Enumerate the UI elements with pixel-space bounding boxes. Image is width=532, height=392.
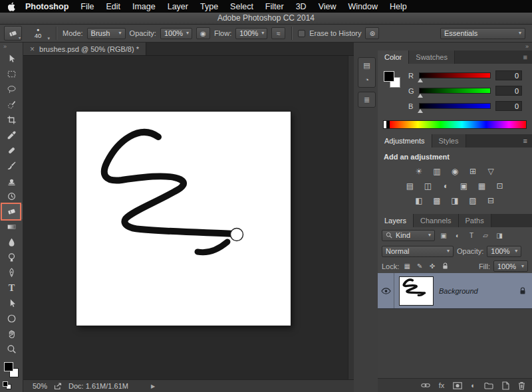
- layer-opacity-select[interactable]: 100% ▾: [487, 246, 521, 257]
- exposure-icon[interactable]: ⊞: [467, 166, 479, 176]
- crop-tool[interactable]: [0, 112, 23, 128]
- status-popup-icon[interactable]: ▶: [151, 383, 155, 389]
- workspace-select[interactable]: Essentials ▾: [440, 28, 525, 39]
- gradient-map-icon[interactable]: ▨: [467, 195, 479, 205]
- blue-value[interactable]: 0: [495, 101, 522, 111]
- add-layer-mask-button[interactable]: [453, 382, 462, 389]
- opacity-select[interactable]: 100% ▾: [160, 28, 192, 39]
- blur-tool[interactable]: [0, 235, 23, 250]
- photo-filter-icon[interactable]: ▣: [458, 181, 470, 191]
- layer-thumbnail[interactable]: [399, 276, 434, 306]
- eyedropper-tool[interactable]: [0, 128, 23, 143]
- menu-item-layer[interactable]: Layer: [162, 2, 194, 11]
- hue-saturation-icon[interactable]: ▤: [404, 181, 416, 191]
- filter-shape-layers-icon[interactable]: ▱: [480, 230, 491, 241]
- layer-row-background[interactable]: Background: [378, 273, 532, 309]
- tab-color[interactable]: Color: [378, 50, 409, 64]
- new-layer-button[interactable]: [502, 381, 509, 390]
- lock-transparent-button[interactable]: ▦: [402, 262, 412, 271]
- dodge-tool[interactable]: [0, 250, 23, 265]
- menu-item-image[interactable]: Image: [126, 2, 162, 11]
- vibrance-icon[interactable]: ▽: [485, 166, 497, 176]
- spot-healing-brush-tool[interactable]: [0, 143, 23, 158]
- apple-menu-icon[interactable]: [8, 2, 16, 11]
- brush-tool[interactable]: [0, 158, 23, 173]
- lock-pixels-button[interactable]: ✎: [415, 262, 424, 271]
- black-white-icon[interactable]: ◐: [440, 181, 452, 191]
- color-balance-icon[interactable]: ◫: [422, 181, 434, 191]
- selective-color-icon[interactable]: ⊟: [485, 195, 497, 205]
- menu-item-3d[interactable]: 3D: [290, 2, 313, 11]
- menu-item-file[interactable]: File: [74, 2, 100, 11]
- blue-slider[interactable]: [419, 103, 491, 109]
- zoom-level[interactable]: 50%: [33, 382, 47, 390]
- hand-tool[interactable]: [0, 326, 23, 342]
- tab-adjustments[interactable]: Adjustments: [378, 134, 432, 147]
- panel-foreground-swatch[interactable]: [384, 71, 394, 82]
- tab-styles[interactable]: Styles: [432, 134, 466, 147]
- default-colors-icon[interactable]: [3, 381, 13, 391]
- tab-layers[interactable]: Layers: [378, 214, 414, 227]
- type-tool[interactable]: T: [0, 280, 23, 296]
- move-tool[interactable]: [0, 51, 23, 66]
- close-tab-icon[interactable]: ×: [30, 45, 35, 53]
- menu-item-view[interactable]: View: [313, 2, 342, 11]
- filter-kind-select[interactable]: Kind ▾: [382, 230, 435, 241]
- flow-select[interactable]: 100% ▾: [235, 28, 267, 39]
- tab-swatches[interactable]: Swatches: [409, 50, 455, 64]
- rectangular-marquee-tool[interactable]: [0, 66, 23, 82]
- link-layers-button[interactable]: [421, 383, 430, 388]
- red-slider-thumb[interactable]: [418, 78, 423, 82]
- export-arrow-icon[interactable]: [54, 383, 62, 390]
- blue-slider-thumb[interactable]: [418, 109, 423, 113]
- red-value[interactable]: 0: [495, 70, 522, 80]
- toolbar-expand-icon[interactable]: »: [0, 43, 23, 51]
- airbrush-button[interactable]: ≈: [271, 27, 285, 39]
- zoom-tool[interactable]: [0, 342, 23, 357]
- gradient-tool[interactable]: [0, 219, 23, 235]
- color-spectrum-ramp[interactable]: [383, 120, 527, 129]
- invert-icon[interactable]: ◧: [413, 195, 425, 205]
- erase-to-history-checkbox[interactable]: [298, 30, 305, 37]
- levels-icon[interactable]: ▥: [431, 166, 443, 176]
- menu-item-select[interactable]: Select: [224, 2, 259, 11]
- clone-stamp-tool[interactable]: [0, 173, 23, 189]
- path-selection-tool[interactable]: [0, 296, 23, 311]
- history-brush-tool[interactable]: [0, 189, 23, 204]
- threshold-icon[interactable]: ◨: [449, 195, 461, 205]
- document-canvas[interactable]: [76, 112, 291, 326]
- panel-menu-icon[interactable]: ≡: [523, 50, 532, 64]
- panel-fg-bg-swatches[interactable]: [384, 71, 404, 91]
- doc-size-info[interactable]: Doc: 1.61M/1.61M: [68, 382, 128, 390]
- delete-layer-button[interactable]: [518, 381, 525, 390]
- layer-name[interactable]: Background: [439, 287, 519, 295]
- menu-item-window[interactable]: Window: [342, 2, 384, 11]
- curves-icon[interactable]: ◉: [449, 166, 461, 176]
- color-lookup-icon[interactable]: ⊡: [494, 181, 506, 191]
- menu-item-edit[interactable]: Edit: [100, 2, 126, 11]
- foreground-color-swatch[interactable]: [4, 362, 13, 371]
- menu-item-type[interactable]: Type: [194, 2, 224, 11]
- green-slider[interactable]: [419, 88, 491, 94]
- layer-visibility-toggle[interactable]: [378, 273, 394, 308]
- green-slider-thumb[interactable]: [418, 94, 423, 98]
- tab-channels[interactable]: Channels: [414, 214, 458, 227]
- panel-menu-icon[interactable]: ≡: [523, 134, 532, 147]
- layer-effects-button[interactable]: fx: [439, 381, 445, 389]
- collapse-panels-icon[interactable]: »: [525, 43, 529, 50]
- blend-mode-select[interactable]: Normal ▾: [382, 246, 454, 257]
- lasso-tool[interactable]: [0, 82, 23, 97]
- filter-pixel-layers-icon[interactable]: ▣: [438, 230, 449, 241]
- eraser-tool[interactable]: [0, 204, 23, 219]
- brightness-contrast-icon[interactable]: ☀: [413, 166, 425, 176]
- document-tab[interactable]: × brushes.psd @ 50% (RGB/8) *: [23, 43, 146, 55]
- canvas-area[interactable]: 50% Doc: 1.61M/1.61M ▶: [23, 56, 354, 392]
- channel-mixer-icon[interactable]: ▦: [476, 181, 488, 191]
- mode-select[interactable]: Brush ▾: [87, 28, 126, 39]
- properties-panel-button[interactable]: ◔: [358, 72, 375, 87]
- filter-smart-objects-icon[interactable]: ◨: [494, 230, 505, 241]
- lock-all-button[interactable]: [440, 262, 450, 271]
- tab-paths[interactable]: Paths: [459, 214, 491, 227]
- tool-preset-picker[interactable]: ▾: [4, 26, 22, 41]
- filter-adjustment-layers-icon[interactable]: ◐: [452, 230, 463, 241]
